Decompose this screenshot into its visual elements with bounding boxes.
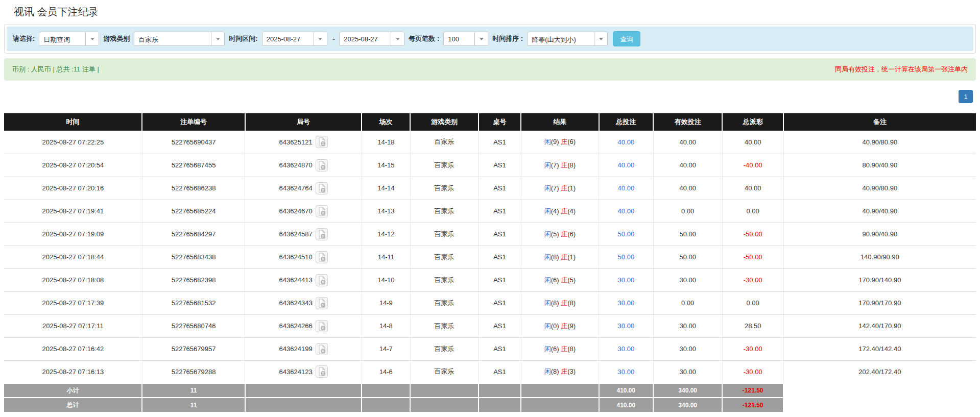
- player-result-label: 闲: [544, 253, 551, 261]
- video-replay-icon[interactable]: [316, 182, 328, 194]
- table-header-row: 时间注单编号局号场次游戏类别桌号结果总投注有效投注总派彩备注: [4, 113, 976, 131]
- game-type-cell: 百家乐: [410, 360, 478, 383]
- session-cell: 14-13: [362, 200, 410, 223]
- player-result-label: 闲: [544, 299, 551, 307]
- video-replay-icon[interactable]: [316, 343, 328, 355]
- total-bet-cell[interactable]: 30.00: [599, 291, 654, 314]
- video-replay-icon[interactable]: [316, 136, 328, 148]
- result-cell: 闲(9) 庄(6): [521, 131, 599, 154]
- valid-bet-cell: 30.00: [653, 314, 722, 337]
- round-number: 643624510: [279, 253, 313, 261]
- total-bet-link[interactable]: 40.00: [618, 184, 635, 192]
- total-bet-link[interactable]: 40.00: [618, 207, 635, 215]
- game-type-cell: 百家乐: [410, 337, 478, 360]
- summary-bar: 币别 : 人民币 | 总共 :11 注单 | 同局有效投注，统一计算在该局第一张…: [4, 58, 976, 81]
- column-header-10: 备注: [783, 113, 976, 131]
- total-bet-cell[interactable]: 40.00: [599, 131, 654, 154]
- banker-result-label: 庄: [561, 299, 567, 307]
- time-sort-dropdown-button[interactable]: [594, 32, 607, 45]
- bet-number-cell: 522765683438: [142, 246, 245, 268]
- time-cell: 2025-08-27 07:20:16: [4, 177, 142, 200]
- result-cell: 闲(5) 庄(6): [521, 223, 599, 246]
- round-number-cell: 643624413: [245, 268, 362, 291]
- video-replay-icon[interactable]: [316, 228, 328, 240]
- page-size-dropdown-button[interactable]: [474, 32, 488, 45]
- game-type-cell: 百家乐: [410, 291, 478, 314]
- chevron-down-icon: [480, 38, 484, 40]
- banker-result-label: 庄: [561, 138, 567, 145]
- payout-cell: 40.00: [722, 131, 783, 154]
- valid-bet-cell: 0.00: [653, 200, 722, 223]
- payout-cell: -30.00: [722, 337, 783, 360]
- page-1-button[interactable]: 1: [959, 90, 973, 103]
- valid-bet-cell: 50.00: [653, 223, 722, 246]
- bet-number-cell: 522765687455: [142, 154, 245, 177]
- banker-result-label: 庄: [561, 253, 567, 261]
- total-bet-cell[interactable]: 50.00: [599, 223, 654, 246]
- total-bet-link[interactable]: 30.00: [618, 345, 635, 353]
- total-bet-cell[interactable]: 50.00: [599, 246, 654, 268]
- remark-cell: 90.90/40.90: [783, 223, 976, 246]
- table-row: 2025-08-27 07:18:44522765683438643624510…: [4, 246, 976, 268]
- date-to-select[interactable]: 2025-08-27: [339, 32, 404, 46]
- valid-bet-cell: 50.00: [653, 246, 722, 268]
- page-size-select[interactable]: 100: [443, 32, 488, 46]
- bet-number-cell: 522765686238: [142, 177, 245, 200]
- search-button[interactable]: 查询: [613, 31, 640, 46]
- column-header-5: 桌号: [479, 113, 521, 131]
- grand-total-total-bet: 410.00: [599, 398, 654, 412]
- table-row: 2025-08-27 07:19:09522765684297643624587…: [4, 223, 976, 246]
- column-header-8: 有效投注: [653, 113, 722, 131]
- player-result-label: 闲: [544, 161, 551, 169]
- date-from-value: 2025-08-27: [262, 32, 314, 45]
- game-type-value: 百家乐: [134, 32, 211, 45]
- total-bet-link[interactable]: 30.00: [618, 276, 635, 284]
- total-bet-link[interactable]: 50.00: [618, 253, 635, 261]
- total-bet-link[interactable]: 30.00: [618, 368, 635, 376]
- total-bet-link[interactable]: 30.00: [618, 299, 635, 307]
- total-bet-link[interactable]: 40.00: [618, 138, 635, 146]
- player-result-label: 闲: [544, 207, 551, 215]
- time-sort-select[interactable]: 降幂(由大到小): [527, 32, 608, 46]
- total-bet-link[interactable]: 50.00: [618, 230, 635, 238]
- total-bet-cell[interactable]: 40.00: [599, 154, 654, 177]
- session-cell: 14-18: [362, 131, 410, 154]
- game-type-select[interactable]: 百家乐: [134, 32, 225, 46]
- query-type-dropdown-button[interactable]: [85, 32, 99, 45]
- game-type-cell: 百家乐: [410, 223, 478, 246]
- bet-number-cell: 522765684297: [142, 223, 245, 246]
- grand-total-count: 11: [142, 398, 245, 412]
- query-type-select[interactable]: 日期查询: [39, 32, 99, 46]
- total-bet-link[interactable]: 30.00: [618, 322, 635, 330]
- video-replay-icon[interactable]: [316, 297, 328, 309]
- date-from-select[interactable]: 2025-08-27: [262, 32, 327, 46]
- video-replay-icon[interactable]: [316, 205, 328, 217]
- date-from-dropdown-button[interactable]: [314, 32, 327, 45]
- table-number-cell: AS1: [479, 223, 521, 246]
- total-bet-cell[interactable]: 40.00: [599, 177, 654, 200]
- round-number: 643624870: [279, 161, 313, 169]
- video-replay-icon[interactable]: [316, 274, 328, 286]
- total-bet-cell[interactable]: 40.00: [599, 200, 654, 223]
- round-number-cell: 643624587: [245, 223, 362, 246]
- video-replay-icon[interactable]: [316, 159, 328, 171]
- bet-number-cell: 522765690437: [142, 131, 245, 154]
- video-replay-icon[interactable]: [316, 320, 328, 332]
- result-cell: 闲(7) 庄(8): [521, 154, 599, 177]
- video-replay-icon[interactable]: [316, 251, 328, 263]
- session-cell: 14-7: [362, 337, 410, 360]
- video-replay-icon[interactable]: [316, 365, 328, 378]
- total-bet-cell[interactable]: 30.00: [599, 360, 654, 383]
- game-type-cell: 百家乐: [410, 177, 478, 200]
- table-number-cell: AS1: [479, 200, 521, 223]
- payout-cell: -40.00: [722, 154, 783, 177]
- total-bet-cell[interactable]: 30.00: [599, 337, 654, 360]
- total-bet-cell[interactable]: 30.00: [599, 268, 654, 291]
- column-header-2: 局号: [245, 113, 362, 131]
- date-to-dropdown-button[interactable]: [391, 32, 404, 45]
- game-type-dropdown-button[interactable]: [211, 32, 224, 45]
- total-bet-cell[interactable]: 30.00: [599, 314, 654, 337]
- result-cell: 闲(7) 庄(1): [521, 177, 599, 200]
- total-bet-link[interactable]: 40.00: [618, 161, 635, 169]
- player-result-label: 闲: [544, 184, 551, 192]
